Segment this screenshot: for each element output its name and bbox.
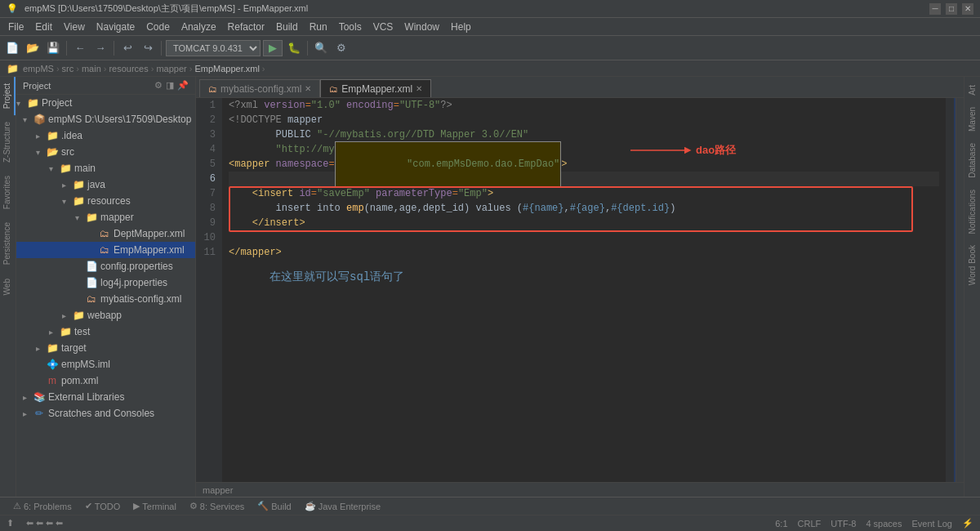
menu-navigate[interactable]: Navigate <box>91 20 140 34</box>
menu-tools[interactable]: Tools <box>334 20 367 34</box>
run-config-select[interactable]: TOMCAT 9.0.431 <box>166 40 261 56</box>
left-tab-web[interactable]: Web <box>0 272 16 301</box>
mybatis-xml-icon: 🗂 <box>85 292 98 306</box>
open-button[interactable]: 📂 <box>24 39 42 57</box>
menu-code[interactable]: Code <box>141 20 175 34</box>
tree-item-mapper[interactable]: ▾ 📁 mapper <box>16 209 195 225</box>
tree-item-webapp[interactable]: ▸ 📁 webapp <box>16 307 195 324</box>
menu-window[interactable]: Window <box>399 20 444 34</box>
right-tab-database[interactable]: Database <box>966 138 978 183</box>
nav-forward-icon[interactable]: ⬅ <box>36 518 43 529</box>
tab-terminal[interactable]: ▶ Terminal <box>127 499 183 513</box>
tree-item-scratches[interactable]: ▸ ✏ Scratches and Consoles <box>16 405 195 422</box>
tab-build[interactable]: 🔨 Build <box>251 499 297 513</box>
forward-button[interactable]: → <box>91 39 109 57</box>
menu-file[interactable]: File <box>3 20 29 34</box>
debug-button[interactable]: 🐛 <box>285 39 303 57</box>
tree-item-empiml[interactable]: ▸ 💠 empMS.iml <box>16 356 195 373</box>
line-num-11: 11 <box>203 245 216 260</box>
tab-empmapper-close[interactable]: ✕ <box>416 84 422 93</box>
panel-collapse-icon[interactable]: ◨ <box>166 80 174 91</box>
power-icon: ⚡ <box>962 518 973 529</box>
tree-item-pom[interactable]: ▸ m pom.xml <box>16 373 195 389</box>
event-log-label[interactable]: Event Log <box>911 519 952 529</box>
menu-bar: File Edit View Navigate Code Analyze Ref… <box>0 18 980 36</box>
back-button[interactable]: ← <box>71 39 89 57</box>
project-folder-icon: 📁 <box>26 96 39 109</box>
todo-label: TODO <box>95 502 121 511</box>
tree-item-project[interactable]: ▾ 📁 Project <box>16 95 195 111</box>
tab-mybatis-config[interactable]: 🗂 mybatis-config.xml ✕ <box>199 79 320 97</box>
bc-src[interactable]: src <box>62 64 74 74</box>
tree-item-src[interactable]: ▾ 📂 src <box>16 144 195 160</box>
tab-java-enterprise[interactable]: ☕ Java Enterprise <box>298 499 387 513</box>
tree-label-mapper: mapper <box>100 212 134 223</box>
tab-mybatis-config-close[interactable]: ✕ <box>305 84 311 93</box>
bc-empms[interactable]: empMS <box>23 64 54 74</box>
tree-item-config[interactable]: ▸ 📄 config.properties <box>16 258 195 274</box>
settings-button[interactable]: ⚙ <box>332 39 350 57</box>
new-file-button[interactable]: 📄 <box>3 39 21 57</box>
tree-item-extlibs[interactable]: ▸ 📚 External Libraries <box>16 389 195 405</box>
bc-resources[interactable]: resources <box>109 64 148 74</box>
menu-help[interactable]: Help <box>446 20 476 34</box>
bc-current-file[interactable]: EmpMapper.xml <box>194 64 259 74</box>
right-tab-notifications[interactable]: Notifications <box>966 185 978 239</box>
tree-item-target[interactable]: ▸ 📁 target <box>16 340 195 356</box>
menu-vcs[interactable]: VCS <box>368 20 399 34</box>
close-button[interactable]: ✕ <box>962 3 973 15</box>
main-area: Project Z-Structure Favorites Persistenc… <box>0 77 980 497</box>
menu-run[interactable]: Run <box>305 20 332 34</box>
panel-pin-icon[interactable]: 📌 <box>177 80 189 91</box>
search-button[interactable]: 🔍 <box>312 39 330 57</box>
undo-button[interactable]: ↩ <box>118 39 136 57</box>
tab-problems[interactable]: ⚠ 6: Problems <box>7 499 78 513</box>
tree-item-empms[interactable]: ▾ 📦 empMS D:\Users\17509\Desktop <box>16 111 195 127</box>
todo-icon: ✔ <box>85 501 92 511</box>
left-tab-structure[interactable]: Z-Structure <box>0 115 16 169</box>
menu-analyze[interactable]: Analyze <box>176 20 221 34</box>
redo-button[interactable]: ↪ <box>139 39 157 57</box>
run-button[interactable]: ▶ <box>263 40 283 56</box>
tree-item-main[interactable]: ▾ 📁 main <box>16 160 195 176</box>
webapp-folder-icon: 📁 <box>72 309 85 322</box>
nav-back2-icon[interactable]: ⬅ <box>46 518 53 529</box>
nav-back-icon[interactable]: ⬅ <box>26 518 33 529</box>
left-tab-favorites[interactable]: Favorites <box>0 169 16 216</box>
toolbar-sep-3 <box>161 41 162 56</box>
nav-forward2-icon[interactable]: ⬅ <box>56 518 63 529</box>
tree-item-java[interactable]: ▸ 📁 java <box>16 176 195 193</box>
tab-empmapper[interactable]: 🗂 EmpMapper.xml ✕ <box>320 79 431 97</box>
right-tab-art[interactable]: Art <box>966 80 978 100</box>
bc-main[interactable]: main <box>82 64 101 74</box>
menu-build[interactable]: Build <box>271 20 303 34</box>
code-editor[interactable]: <?xml version = "1.0" encoding = "UTF-8"… <box>222 98 946 482</box>
left-tab-persistence[interactable]: Persistence <box>0 216 16 271</box>
menu-refactor[interactable]: Refactor <box>223 20 270 34</box>
save-button[interactable]: 💾 <box>44 39 62 57</box>
tree-item-test[interactable]: ▸ 📁 test <box>16 324 195 340</box>
java-enterprise-icon: ☕ <box>305 501 316 511</box>
tree-item-deptmapper[interactable]: ▸ 🗂 DeptMapper.xml <box>16 225 195 242</box>
breadcrumb: 📁 empMS › src › main › resources › mappe… <box>0 60 980 77</box>
minimize-button[interactable]: ─ <box>929 3 941 15</box>
right-tab-maven[interactable]: Maven <box>966 102 978 136</box>
tree-label-java: java <box>87 179 105 190</box>
tree-item-mybatis[interactable]: ▸ 🗂 mybatis-config.xml <box>16 291 195 307</box>
tree-item-empmapper[interactable]: ▸ 🗂 EmpMapper.xml <box>16 242 195 258</box>
bc-mapper[interactable]: mapper <box>156 64 186 74</box>
panel-settings-icon[interactable]: ⚙ <box>154 80 163 91</box>
tab-services[interactable]: ⚙ 8: Services <box>183 499 251 513</box>
window-controls[interactable]: ─ □ ✕ <box>929 3 973 15</box>
test-folder-icon: 📁 <box>59 325 72 338</box>
tree-item-idea[interactable]: ▸ 📁 .idea <box>16 127 195 144</box>
tree-item-resources[interactable]: ▾ 📁 resources <box>16 193 195 209</box>
menu-view[interactable]: View <box>59 20 90 34</box>
left-tab-project[interactable]: Project <box>0 77 16 115</box>
menu-edit[interactable]: Edit <box>30 20 57 34</box>
right-tab-wordbook[interactable]: Word Book <box>966 240 978 290</box>
maximize-button[interactable]: □ <box>946 3 957 15</box>
tab-todo[interactable]: ✔ TODO <box>78 499 127 513</box>
tree-item-log4j[interactable]: ▸ 📄 log4j.properties <box>16 274 195 291</box>
status-git[interactable]: ⬆ <box>7 518 16 529</box>
